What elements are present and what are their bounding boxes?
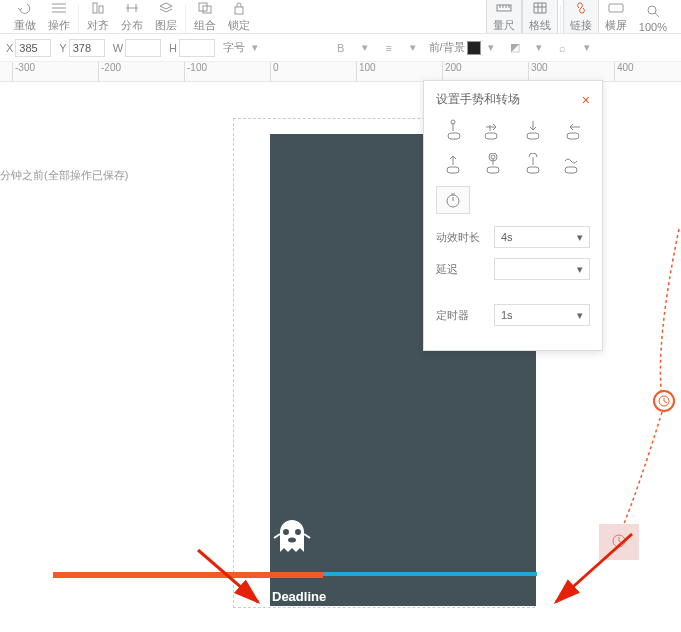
- bars-icon: [50, 0, 68, 16]
- actions-group[interactable]: 操作: [42, 0, 76, 33]
- landscape-group[interactable]: 横屏: [599, 0, 633, 33]
- duration-value: 4s: [501, 231, 513, 243]
- h-label: H: [169, 42, 177, 54]
- svg-point-18: [491, 155, 495, 159]
- delay-row: 延迟 ▾: [436, 258, 590, 280]
- svg-point-9: [295, 529, 301, 535]
- fgbg-field[interactable]: 前/背景 ▾: [429, 40, 499, 56]
- linked-page-thumb[interactable]: [599, 524, 639, 560]
- timeline-played-bar[interactable]: [53, 572, 323, 578]
- zoom-group[interactable]: 100%: [633, 0, 673, 33]
- group-label: 组合: [194, 18, 216, 33]
- ruler-tick: 0: [270, 62, 279, 82]
- ruler-tick: 100: [356, 62, 376, 82]
- clock-icon: [611, 533, 627, 552]
- horizontal-ruler: -300 -200 -100 0 100 200 300 400: [0, 62, 681, 82]
- x-label: X: [6, 42, 13, 54]
- x-input[interactable]: [15, 39, 51, 57]
- ruler-group[interactable]: 量尺: [486, 0, 522, 33]
- group-icon: [196, 0, 214, 16]
- svg-point-10: [288, 538, 296, 543]
- layer-icon: [157, 0, 175, 16]
- ruler-tick: -300: [12, 62, 35, 82]
- landscape-label: 横屏: [605, 18, 627, 33]
- x-field[interactable]: X: [6, 39, 51, 57]
- ghost-icon: [272, 516, 312, 559]
- y-field[interactable]: Y: [59, 39, 104, 57]
- duration-label: 动效时长: [436, 230, 484, 245]
- chevron-down-icon: ▾: [405, 40, 421, 56]
- timer-value: 1s: [501, 309, 513, 321]
- svg-rect-1: [99, 6, 103, 13]
- svg-rect-0: [93, 3, 97, 13]
- deadline-label: Deadline: [272, 589, 326, 604]
- eyedrop-icon[interactable]: ◩: [507, 40, 523, 56]
- layer-group[interactable]: 图层: [149, 0, 183, 33]
- gesture-grid: [436, 116, 590, 178]
- y-label: Y: [59, 42, 66, 54]
- clock-icon: [658, 395, 670, 407]
- lock-label: 锁定: [228, 18, 250, 33]
- dist-icon: [123, 0, 141, 16]
- svg-rect-4: [235, 7, 243, 14]
- clock-icon: [445, 192, 461, 208]
- w-input[interactable]: [125, 39, 161, 57]
- ruler-tick: 200: [442, 62, 462, 82]
- duration-select[interactable]: 4s ▾: [494, 226, 590, 248]
- timer-row: 定时器 1s ▾: [436, 304, 590, 326]
- autosave-note: 分钟之前(全部操作已保存): [0, 168, 128, 183]
- h-input[interactable]: [179, 39, 215, 57]
- timer-label: 定时器: [436, 308, 484, 323]
- lock-group[interactable]: 锁定: [222, 0, 256, 33]
- align-text-icon[interactable]: ≡: [381, 40, 397, 56]
- align-icon: [89, 0, 107, 16]
- dist-group[interactable]: 分布: [115, 0, 149, 33]
- timer-gesture-button[interactable]: [436, 186, 470, 214]
- gesture-long-press[interactable]: [516, 150, 550, 178]
- svg-point-7: [648, 6, 656, 14]
- font-field[interactable]: 字号▾: [223, 40, 263, 56]
- ruler-tick: -200: [98, 62, 121, 82]
- h-field[interactable]: H: [169, 39, 215, 57]
- actions-label: 操作: [48, 18, 70, 33]
- group-group[interactable]: 组合: [188, 0, 222, 33]
- chevron-down-icon: ▾: [579, 40, 595, 56]
- bold-icon[interactable]: B: [333, 40, 349, 56]
- gesture-tap[interactable]: [436, 116, 470, 144]
- ruler-tick: -100: [184, 62, 207, 82]
- delay-select[interactable]: ▾: [494, 258, 590, 280]
- link-timer-node[interactable]: [653, 390, 675, 412]
- ruler-label: 量尺: [493, 18, 515, 33]
- svg-point-8: [283, 529, 289, 535]
- gesture-swipe-left[interactable]: [556, 116, 590, 144]
- fgbg-label: 前/背景: [429, 40, 465, 55]
- gesture-popover: 设置手势和转场 × 动效时长 4s ▾ 延迟 ▾ 定时器 1s ▾: [423, 80, 603, 351]
- color-swatch[interactable]: [467, 41, 481, 55]
- undo-group[interactable]: 重做: [8, 0, 42, 33]
- layer-label: 图层: [155, 18, 177, 33]
- ruler-icon: [495, 0, 513, 16]
- font-label: 字号: [223, 40, 245, 55]
- link-group[interactable]: 链接: [563, 0, 599, 33]
- gesture-double-tap[interactable]: [476, 150, 510, 178]
- gesture-swipe-right[interactable]: [476, 116, 510, 144]
- grid-group[interactable]: 格线: [522, 0, 558, 33]
- timer-select[interactable]: 1s ▾: [494, 304, 590, 326]
- y-input[interactable]: [69, 39, 105, 57]
- close-icon[interactable]: ×: [582, 92, 590, 108]
- gesture-swipe-up[interactable]: [436, 150, 470, 178]
- gesture-shake[interactable]: [556, 150, 590, 178]
- w-label: W: [113, 42, 123, 54]
- timeline-remaining-bar[interactable]: [323, 572, 537, 576]
- chevron-down-icon: ▾: [577, 231, 583, 244]
- chevron-down-icon: ▾: [357, 40, 373, 56]
- undo-label: 重做: [14, 18, 36, 33]
- align-label: 对齐: [87, 18, 109, 33]
- align-group[interactable]: 对齐: [81, 0, 115, 33]
- gesture-swipe-down[interactable]: [516, 116, 550, 144]
- search-mini-icon[interactable]: ⌕: [555, 40, 571, 56]
- landscape-icon: [607, 0, 625, 16]
- undo-icon: [16, 0, 34, 16]
- w-field[interactable]: W: [113, 39, 161, 57]
- zoom-icon: [644, 3, 662, 19]
